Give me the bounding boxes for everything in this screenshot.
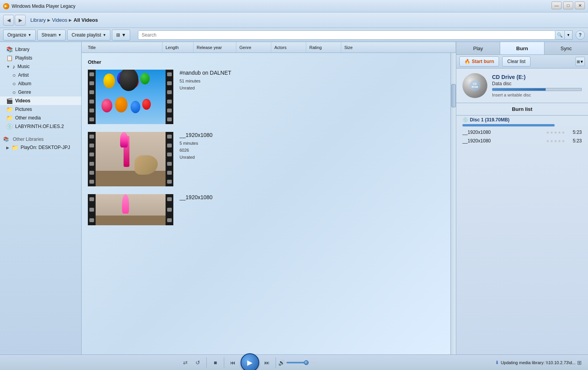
- video-item-3[interactable]: __1920x1080: [82, 191, 450, 228]
- sidebar: 📚 Library 📋 Playlists ▼ ♪ Music ○ Artist…: [0, 42, 82, 354]
- album-icon: ○: [12, 81, 16, 87]
- video-year-2: 6026: [180, 147, 444, 154]
- view-layout-button[interactable]: ⊞ ▼: [112, 30, 130, 40]
- next-button[interactable]: ⏭: [261, 356, 273, 369]
- tab-burn[interactable]: Burn: [500, 42, 544, 54]
- col-header-size[interactable]: Size: [341, 42, 456, 53]
- sidebar-item-album[interactable]: ○ Album: [0, 79, 81, 88]
- shuffle-button[interactable]: ⇄: [179, 356, 192, 369]
- sidebar-section-other-libraries: 📚 Other Libraries: [0, 135, 81, 143]
- film-image-1: [96, 70, 166, 124]
- disc-info-text: CD Drive (E:) Data disc Insert a writabl…: [492, 74, 582, 97]
- play-button[interactable]: ▶: [241, 353, 259, 370]
- search-dropdown-button[interactable]: ▼: [565, 30, 572, 40]
- tab-play[interactable]: Play: [456, 42, 500, 54]
- view-options: ⊞ ▼: [112, 30, 132, 40]
- stop-button[interactable]: ■: [209, 356, 222, 369]
- disc-1-label-row: 💿 Disc 1 (319.70MB): [456, 116, 588, 124]
- sidebar-item-pictures[interactable]: 📁 Pictures: [0, 105, 81, 114]
- burn-item-2[interactable]: __1920x1080 ★ ★ ★ ★ ★ 5:23: [456, 137, 588, 145]
- burn-item-2-duration: 5:23: [568, 138, 582, 144]
- create-playlist-button[interactable]: Create playlist ▼: [67, 30, 110, 40]
- maximize-button[interactable]: □: [563, 2, 573, 9]
- other-libraries-icon: 📚: [3, 137, 9, 142]
- sidebar-item-music[interactable]: ▼ ♪ Music: [0, 62, 81, 71]
- breadcrumb-videos[interactable]: Videos: [52, 17, 68, 23]
- search-input[interactable]: [138, 30, 555, 40]
- sidebar-item-playlists[interactable]: 📋 Playlists: [0, 54, 81, 62]
- burn-list-header: Burn list: [456, 103, 588, 116]
- disc-progress-fill: [492, 88, 546, 91]
- sidebar-item-library[interactable]: 📚 Library: [0, 45, 81, 54]
- scrollbar[interactable]: [450, 53, 456, 354]
- create-playlist-dropdown-arrow: ▼: [103, 33, 106, 37]
- video-rating-2: Unrated: [180, 154, 444, 161]
- right-view-button[interactable]: ⊞▼: [576, 57, 585, 66]
- help-button[interactable]: ?: [576, 30, 585, 40]
- sidebar-item-artist[interactable]: ○ Artist: [0, 71, 81, 79]
- video-rating-1: Unrated: [180, 84, 444, 91]
- volume-slider[interactable]: [286, 362, 318, 363]
- video-item-2[interactable]: __1920x1080 5 minutes 6026 Unrated: [82, 129, 450, 189]
- film-strip-left-3: [88, 194, 96, 225]
- prev-button[interactable]: ⏮: [227, 356, 239, 369]
- burn-item-1[interactable]: __1920x1080 ★ ★ ★ ★ ★ 5:23: [456, 128, 588, 137]
- col-header-release-year[interactable]: Release year: [194, 42, 236, 53]
- forward-button[interactable]: ▶: [15, 15, 26, 26]
- clear-list-button[interactable]: Clear list: [502, 56, 530, 67]
- disc-name: CD Drive (E:): [492, 74, 582, 80]
- volume-icon: 🔊: [278, 359, 285, 366]
- minimize-button[interactable]: —: [551, 2, 562, 9]
- disc-status: Data disc: [492, 81, 582, 86]
- video-thumbnail-1: [88, 70, 173, 124]
- main-area: 📚 Library 📋 Playlists ▼ ♪ Music ○ Artist…: [0, 42, 588, 354]
- film-strip-right-3: [166, 194, 173, 225]
- section-other-header: Other: [82, 56, 450, 67]
- film-strip-right-1: [166, 70, 173, 124]
- organize-dropdown-arrow: ▼: [28, 33, 31, 37]
- organize-button[interactable]: Organize ▼: [3, 30, 36, 40]
- repeat-button[interactable]: ↺: [192, 356, 204, 369]
- search-icon-button[interactable]: 🔍: [555, 30, 565, 40]
- burn-toolbar: 🔥 Start burn Clear list ⊞▼: [456, 55, 588, 68]
- sidebar-item-playon[interactable]: ▶ 📁 PlayOn: DESKTOP-JPJ: [0, 143, 81, 152]
- film-strip-left-1: [88, 70, 96, 124]
- playback-controls: ⇄ ↺ ■ ⏮ ▶ ⏭ 🔊: [6, 353, 492, 370]
- sidebar-item-labyrinth[interactable]: 💿 LABYRINTH.OF.LIES.2: [0, 122, 81, 131]
- sidebar-item-other-media[interactable]: 📁 Other media: [0, 114, 81, 122]
- film-image-3: [96, 194, 166, 225]
- title-bar: Windows Media Player Legacy — □ ✕: [0, 0, 588, 12]
- video-duration-1: 51 minutes: [180, 77, 444, 84]
- sidebar-item-genre[interactable]: ○ Genre: [0, 88, 81, 96]
- videos-icon: 🎬: [6, 98, 13, 104]
- separator-1: [206, 357, 207, 368]
- burn-item-2-stars: ★ ★ ★ ★ ★: [546, 139, 565, 143]
- tab-sync[interactable]: Sync: [544, 42, 588, 54]
- artist-icon: ○: [12, 72, 16, 78]
- disc-1-icon: 💿: [462, 117, 468, 123]
- sidebar-item-videos[interactable]: 🎬 Videos: [0, 96, 81, 105]
- col-header-actors[interactable]: Actors: [271, 42, 306, 53]
- stream-button[interactable]: Stream ▼: [37, 30, 66, 40]
- close-button[interactable]: ✕: [575, 2, 585, 9]
- burn-item-1-stars: ★ ★ ★ ★ ★: [546, 130, 565, 135]
- download-icon: ⬇: [495, 360, 499, 365]
- pictures-icon: 📁: [6, 106, 13, 112]
- start-burn-button[interactable]: 🔥 Start burn: [459, 56, 499, 67]
- video-thumbnail-2: [88, 132, 173, 186]
- breadcrumb-library[interactable]: Library: [30, 17, 46, 23]
- col-header-title[interactable]: Title: [85, 42, 162, 53]
- video-title-1: #nandub on DALNET: [180, 70, 444, 76]
- video-item-1[interactable]: #nandub on DALNET 51 minutes Unrated: [82, 67, 450, 127]
- col-header-rating[interactable]: Rating: [306, 42, 341, 53]
- grid-icon[interactable]: ⊞: [577, 359, 582, 366]
- col-header-length[interactable]: Length: [162, 42, 194, 53]
- genre-icon: ○: [12, 89, 16, 95]
- breadcrumb-all-videos[interactable]: All Videos: [73, 17, 98, 23]
- back-button[interactable]: ◀: [3, 15, 14, 26]
- scroll-thumb[interactable]: [451, 84, 456, 107]
- col-header-genre[interactable]: Genre: [236, 42, 271, 53]
- disc-size-bar: [462, 124, 555, 126]
- nav-arrows: ◀ ▶: [3, 15, 26, 26]
- app-icon: [3, 3, 9, 9]
